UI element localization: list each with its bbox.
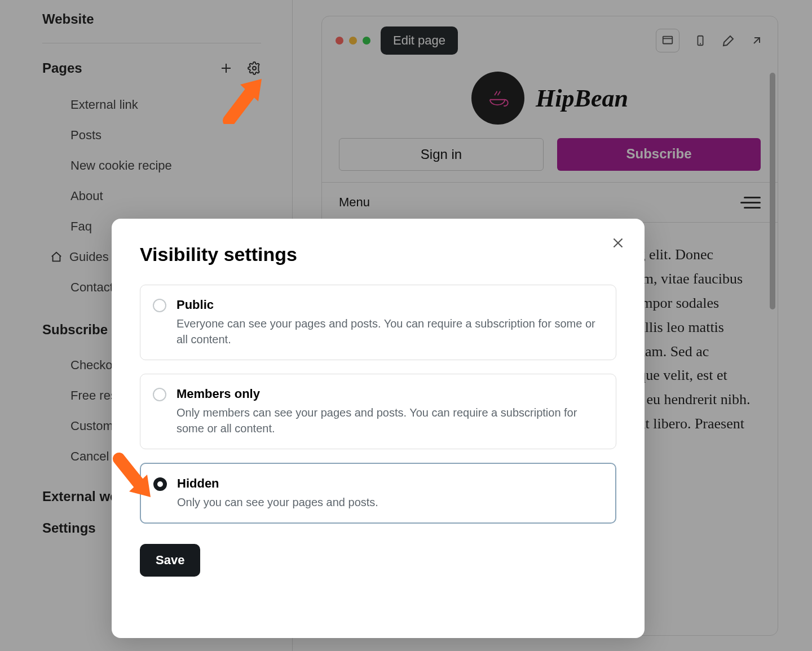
radio-icon — [153, 388, 166, 401]
option-title: Public — [176, 298, 603, 312]
modal-title: Visibility settings — [140, 243, 616, 265]
annotation-arrow-hidden — [110, 452, 154, 502]
option-title: Members only — [176, 387, 603, 401]
radio-icon — [153, 477, 167, 491]
visibility-option-public[interactable]: PublicEveryone can see your pages and po… — [140, 285, 616, 360]
close-icon[interactable] — [611, 236, 625, 250]
visibility-settings-modal: Visibility settings PublicEveryone can s… — [112, 219, 645, 638]
visibility-option-members-only[interactable]: Members onlyOnly members can see your pa… — [140, 374, 616, 449]
option-title: Hidden — [177, 476, 603, 491]
save-button[interactable]: Save — [140, 544, 200, 577]
option-description: Everyone can see your pages and posts. Y… — [176, 316, 603, 347]
option-description: Only you can see your pages and posts. — [177, 494, 603, 510]
annotation-arrow-gear — [221, 74, 265, 124]
radio-icon — [153, 299, 166, 312]
visibility-option-hidden[interactable]: HiddenOnly you can see your pages and po… — [140, 463, 616, 524]
option-description: Only members can see your pages and post… — [176, 405, 603, 436]
